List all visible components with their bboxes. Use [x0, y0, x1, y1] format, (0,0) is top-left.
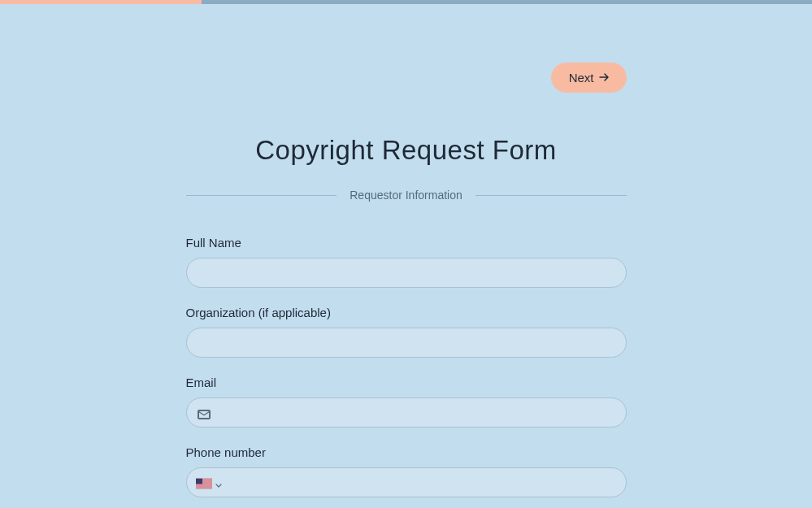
- organization-input[interactable]: [186, 328, 627, 358]
- email-label: Email: [186, 376, 627, 389]
- full-name-label: Full Name: [186, 236, 627, 250]
- svg-rect-7: [196, 478, 202, 484]
- section-label: Requestor Information: [337, 189, 475, 202]
- next-button[interactable]: Next: [551, 63, 627, 93]
- organization-label: Organization (if applicable): [186, 306, 627, 319]
- divider-line-left: [186, 195, 337, 196]
- us-flag-icon: [196, 477, 212, 488]
- page-title: Copyright Request Form: [186, 135, 627, 166]
- arrow-right-icon: [599, 72, 609, 85]
- next-button-label: Next: [569, 71, 594, 85]
- divider-line-right: [475, 195, 627, 196]
- country-flag-selector[interactable]: [196, 477, 223, 488]
- svg-rect-6: [196, 487, 212, 488]
- chevron-down-icon: [215, 479, 223, 487]
- svg-rect-5: [196, 485, 212, 486]
- phone-input[interactable]: [186, 467, 627, 497]
- svg-rect-4: [196, 484, 212, 484]
- phone-label: Phone number: [186, 445, 627, 459]
- email-input[interactable]: [186, 397, 627, 428]
- progress-fill: [0, 0, 202, 4]
- full-name-input[interactable]: [186, 258, 627, 288]
- progress-bar: [0, 0, 812, 4]
- section-divider: Requestor Information: [186, 189, 627, 202]
